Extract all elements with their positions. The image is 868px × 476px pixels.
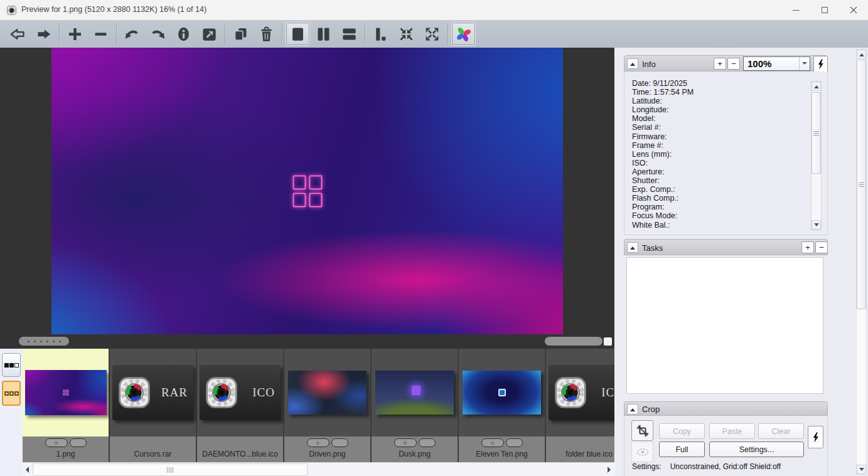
file-type-badge: ICO	[601, 386, 614, 399]
add-task-button[interactable]: +	[801, 241, 814, 253]
file-name-label: 1.png	[23, 450, 109, 458]
filled-squares-view-button[interactable]	[2, 353, 21, 377]
tasks-list[interactable]	[626, 257, 823, 394]
zoom-in-panel-button[interactable]: +	[714, 58, 726, 70]
preview-image[interactable]	[51, 48, 563, 334]
rating-star-button[interactable]: ★	[481, 438, 504, 447]
zoom-out-panel-button[interactable]: −	[727, 58, 740, 70]
tasks-collapse-button[interactable]	[627, 242, 638, 253]
scroll-up-button[interactable]	[812, 82, 821, 91]
undo-button[interactable]	[120, 22, 144, 46]
app-file-icon	[204, 375, 239, 410]
navigator-slider[interactable]	[545, 337, 603, 346]
left-arrow-icon	[26, 467, 29, 473]
next-arrow-button[interactable]	[31, 22, 56, 46]
scroll-up-button[interactable]	[857, 50, 866, 59]
toolbar-separator	[365, 23, 365, 45]
scroll-down-button[interactable]	[857, 465, 866, 474]
file-icon-thumbnail: ICO	[549, 365, 614, 420]
info-scrollbar	[811, 81, 822, 230]
thumbnail-tile[interactable]: ★1.png	[23, 349, 110, 462]
delete-button[interactable]	[254, 22, 279, 46]
info-field: Program:	[632, 203, 827, 211]
scroll-left-button[interactable]	[23, 463, 32, 476]
tag-button[interactable]	[331, 438, 348, 447]
thumbnail-tile[interactable]: ICODAEMONTO...blue.ico	[197, 349, 284, 462]
scroll-down-button[interactable]	[812, 220, 821, 230]
previous-arrow-button[interactable]	[6, 22, 30, 46]
crop-collapse-button[interactable]	[627, 404, 638, 415]
horizontal-scroll-thumb[interactable]	[33, 463, 308, 476]
undo-icon	[124, 26, 141, 43]
maximize-button[interactable]	[810, 0, 839, 20]
actual-size-button[interactable]	[368, 22, 393, 46]
thumbnail-tile[interactable]: ★Eleven Ten.png	[459, 349, 546, 462]
filmstrip-sidebar	[0, 349, 23, 462]
eye-icon	[636, 447, 650, 457]
next-arrow-icon	[35, 26, 52, 43]
crop-copy-button[interactable]: Copy	[659, 423, 705, 439]
collapse-arrow-icon	[630, 60, 635, 66]
crop-shield-button[interactable]	[631, 442, 653, 462]
view-two-rows-button[interactable]	[337, 22, 362, 46]
thumbnail-tile[interactable]: ★Driven.png	[284, 349, 372, 462]
rating-star-button[interactable]: ★	[45, 438, 68, 447]
rating-star-button[interactable]: ★	[307, 438, 330, 447]
crop-settings-button[interactable]: Settings...	[709, 442, 804, 457]
windows-logo-mini	[63, 390, 68, 396]
collapse-arrow-icon	[630, 244, 635, 250]
glow-graphic	[412, 386, 421, 395]
tag-button[interactable]	[419, 438, 436, 447]
toolbar-separator	[59, 23, 60, 45]
minimize-button[interactable]	[781, 0, 810, 20]
zoom-out-button[interactable]	[88, 22, 113, 46]
fit-window-button[interactable]	[394, 22, 419, 46]
info-collapse-button[interactable]	[627, 58, 638, 69]
crop-paste-button[interactable]: Paste	[709, 423, 755, 439]
export-button[interactable]	[197, 22, 222, 46]
color-effects-button[interactable]	[451, 22, 476, 46]
color-effects-icon	[455, 26, 472, 43]
toolbar-separator	[447, 23, 448, 45]
outline-squares-view-button[interactable]	[2, 381, 21, 406]
thumbnail-tile[interactable]: RARCursors.rar	[110, 349, 197, 462]
crop-tool-button[interactable]	[631, 420, 653, 441]
info-scroll-thumb[interactable]	[812, 92, 821, 174]
view-single-button[interactable]	[286, 22, 310, 46]
info-quick-action-button[interactable]	[813, 56, 828, 72]
rating-star-button[interactable]: ★	[394, 438, 417, 447]
thumbnail-tile[interactable]: ★Dusk.png	[372, 349, 459, 462]
crop-status-line: Settings:Unconstrained, Grid:off Shield:…	[632, 462, 781, 471]
up-arrow-icon	[814, 83, 819, 88]
panel-scroll-thumb[interactable]	[857, 60, 866, 309]
view-two-columns-button[interactable]	[311, 22, 336, 46]
view-two-rows-icon	[341, 26, 358, 43]
tag-button[interactable]	[70, 438, 87, 447]
zoom-level-select[interactable]: 100%	[743, 56, 810, 71]
file-name-label: Eleven Ten.png	[459, 450, 545, 458]
thumbnail-tile[interactable]: ICOfolder blue.ico	[546, 349, 614, 462]
info-field: Firmware:	[632, 132, 827, 141]
image-thumbnail	[25, 370, 107, 415]
filmstrip-scrollbar	[0, 462, 614, 476]
zoom-in-button[interactable]	[63, 22, 87, 46]
crop-full-button[interactable]: Full	[659, 442, 705, 457]
tile-caption-bar: ★Eleven Ten.png	[459, 436, 545, 462]
copy-button[interactable]	[228, 22, 253, 46]
info-button[interactable]	[171, 22, 196, 46]
up-arrow-icon	[859, 51, 864, 56]
close-button[interactable]	[839, 0, 868, 20]
remove-task-button[interactable]: −	[815, 241, 828, 253]
rating-dots-control[interactable]	[19, 337, 69, 346]
file-name-label: Dusk.png	[372, 450, 458, 458]
tag-button[interactable]	[506, 438, 523, 447]
down-arrow-icon	[859, 468, 864, 473]
crop-clear-button[interactable]: Clear	[758, 423, 804, 439]
filled-squares-icon	[4, 363, 9, 368]
redo-button[interactable]	[146, 22, 170, 46]
fullscreen-button[interactable]	[420, 22, 444, 46]
scroll-right-button[interactable]	[604, 463, 614, 476]
tile-caption-bar: DAEMONTO...blue.ico	[197, 436, 283, 462]
crop-quick-action-button[interactable]	[808, 426, 823, 448]
navigator-box-button[interactable]	[604, 337, 612, 346]
